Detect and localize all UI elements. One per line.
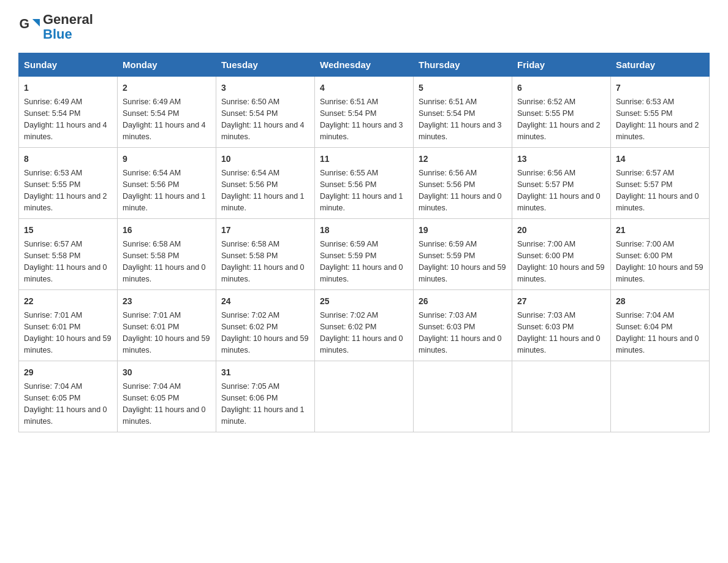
table-row: 25Sunrise: 7:02 AMSunset: 6:02 PMDayligh… (315, 290, 414, 361)
sunrise-text: Sunrise: 6:57 AM (24, 240, 82, 248)
sunrise-text: Sunrise: 6:51 AM (419, 98, 477, 106)
logo: G General Blue (18, 12, 93, 42)
sunrise-text: Sunrise: 7:02 AM (320, 311, 378, 320)
daylight-text: Daylight: 11 hours and 1 minute. (221, 405, 305, 426)
day-number: 31 (221, 366, 309, 379)
daylight-text: Daylight: 11 hours and 0 minutes. (123, 263, 206, 283)
table-row: 6Sunrise: 6:52 AMSunset: 5:55 PMDaylight… (512, 77, 611, 148)
day-number: 21 (616, 224, 704, 237)
day-number: 17 (221, 224, 309, 237)
table-row: 18Sunrise: 6:59 AMSunset: 5:59 PMDayligh… (315, 219, 414, 290)
calendar-week-row: 1Sunrise: 6:49 AMSunset: 5:54 PMDaylight… (19, 77, 710, 148)
sunset-text: Sunset: 5:54 PM (419, 109, 475, 118)
sunrise-text: Sunrise: 6:51 AM (320, 98, 378, 106)
sunrise-text: Sunrise: 6:58 AM (221, 240, 279, 248)
sunrise-text: Sunrise: 6:55 AM (320, 169, 378, 177)
sunset-text: Sunset: 6:03 PM (419, 323, 475, 331)
day-number: 30 (123, 366, 211, 379)
day-number: 4 (320, 82, 408, 94)
daylight-text: Daylight: 11 hours and 2 minutes. (24, 192, 107, 212)
table-row: 22Sunrise: 7:01 AMSunset: 6:01 PMDayligh… (19, 290, 118, 361)
sunset-text: Sunset: 6:02 PM (320, 323, 376, 331)
sunset-text: Sunset: 5:57 PM (517, 180, 574, 189)
col-monday: Monday (118, 53, 216, 77)
day-number: 23 (123, 295, 211, 308)
sunrise-text: Sunrise: 6:53 AM (616, 98, 674, 106)
daylight-text: Daylight: 11 hours and 0 minutes. (123, 405, 206, 426)
day-number: 9 (123, 153, 211, 166)
day-number: 15 (24, 224, 112, 237)
sunset-text: Sunset: 5:59 PM (419, 251, 475, 260)
day-number: 6 (517, 82, 605, 94)
sunset-text: Sunset: 6:04 PM (616, 323, 672, 331)
logo-icon: G (18, 15, 42, 39)
table-row: 11Sunrise: 6:55 AMSunset: 5:56 PMDayligh… (315, 148, 414, 219)
sunset-text: Sunset: 5:54 PM (123, 109, 179, 118)
daylight-text: Daylight: 11 hours and 2 minutes. (616, 121, 699, 141)
daylight-text: Daylight: 10 hours and 59 minutes. (24, 334, 111, 354)
table-row: 13Sunrise: 6:56 AMSunset: 5:57 PMDayligh… (512, 148, 611, 219)
daylight-text: Daylight: 11 hours and 1 minute. (221, 192, 305, 212)
day-number: 5 (419, 82, 507, 94)
col-friday: Friday (512, 53, 611, 77)
calendar-week-row: 29Sunrise: 7:04 AMSunset: 6:05 PMDayligh… (19, 361, 710, 432)
table-row: 28Sunrise: 7:04 AMSunset: 6:04 PMDayligh… (611, 290, 710, 361)
table-row (414, 361, 512, 432)
svg-marker-1 (32, 19, 40, 26)
sunset-text: Sunset: 5:58 PM (24, 251, 80, 260)
table-row: 16Sunrise: 6:58 AMSunset: 5:58 PMDayligh… (118, 219, 216, 290)
sunset-text: Sunset: 5:55 PM (517, 109, 574, 118)
daylight-text: Daylight: 11 hours and 0 minutes. (24, 263, 107, 283)
daylight-text: Daylight: 11 hours and 0 minutes. (419, 192, 502, 212)
daylight-text: Daylight: 11 hours and 4 minutes. (24, 121, 107, 141)
sunset-text: Sunset: 5:56 PM (221, 180, 278, 189)
day-number: 7 (616, 82, 704, 94)
sunrise-text: Sunrise: 7:00 AM (616, 240, 674, 248)
sunrise-text: Sunrise: 7:04 AM (616, 311, 674, 320)
col-sunday: Sunday (19, 53, 118, 77)
daylight-text: Daylight: 11 hours and 1 minute. (320, 192, 403, 212)
table-row: 15Sunrise: 6:57 AMSunset: 5:58 PMDayligh… (19, 219, 118, 290)
sunset-text: Sunset: 5:57 PM (616, 180, 672, 189)
sunset-text: Sunset: 6:01 PM (123, 323, 179, 331)
sunset-text: Sunset: 5:54 PM (221, 109, 278, 118)
sunset-text: Sunset: 5:55 PM (24, 180, 80, 189)
sunset-text: Sunset: 6:03 PM (517, 323, 574, 331)
sunset-text: Sunset: 6:05 PM (123, 394, 179, 402)
col-tuesday: Tuesday (216, 53, 315, 77)
day-number: 16 (123, 224, 211, 237)
sunrise-text: Sunrise: 7:02 AM (221, 311, 279, 320)
logo-line2: Blue (43, 26, 72, 42)
day-number: 14 (616, 153, 704, 166)
day-number: 24 (221, 295, 309, 308)
sunset-text: Sunset: 5:55 PM (616, 109, 672, 118)
table-row: 9Sunrise: 6:54 AMSunset: 5:56 PMDaylight… (118, 148, 216, 219)
table-row: 17Sunrise: 6:58 AMSunset: 5:58 PMDayligh… (216, 219, 315, 290)
day-number: 26 (419, 295, 507, 308)
col-saturday: Saturday (611, 53, 710, 77)
daylight-text: Daylight: 10 hours and 59 minutes. (123, 334, 210, 354)
daylight-text: Daylight: 11 hours and 0 minutes. (419, 334, 502, 354)
table-row (315, 361, 414, 432)
table-row: 10Sunrise: 6:54 AMSunset: 5:56 PMDayligh… (216, 148, 315, 219)
col-wednesday: Wednesday (315, 53, 414, 77)
table-row: 2Sunrise: 6:49 AMSunset: 5:54 PMDaylight… (118, 77, 216, 148)
table-row: 27Sunrise: 7:03 AMSunset: 6:03 PMDayligh… (512, 290, 611, 361)
calendar-week-row: 15Sunrise: 6:57 AMSunset: 5:58 PMDayligh… (19, 219, 710, 290)
sunrise-text: Sunrise: 7:03 AM (419, 311, 477, 320)
page-header: G General Blue (18, 12, 710, 42)
table-row: 24Sunrise: 7:02 AMSunset: 6:02 PMDayligh… (216, 290, 315, 361)
day-number: 20 (517, 224, 605, 237)
day-number: 29 (24, 366, 112, 379)
sunrise-text: Sunrise: 7:00 AM (517, 240, 575, 248)
table-row: 21Sunrise: 7:00 AMSunset: 6:00 PMDayligh… (611, 219, 710, 290)
sunset-text: Sunset: 6:00 PM (616, 251, 672, 260)
daylight-text: Daylight: 10 hours and 59 minutes. (517, 263, 604, 283)
daylight-text: Daylight: 11 hours and 4 minutes. (123, 121, 206, 141)
sunset-text: Sunset: 5:58 PM (221, 251, 278, 260)
table-row (512, 361, 611, 432)
col-thursday: Thursday (414, 53, 512, 77)
sunrise-text: Sunrise: 7:04 AM (123, 382, 181, 391)
sunset-text: Sunset: 5:59 PM (320, 251, 376, 260)
sunrise-text: Sunrise: 7:04 AM (24, 382, 82, 391)
